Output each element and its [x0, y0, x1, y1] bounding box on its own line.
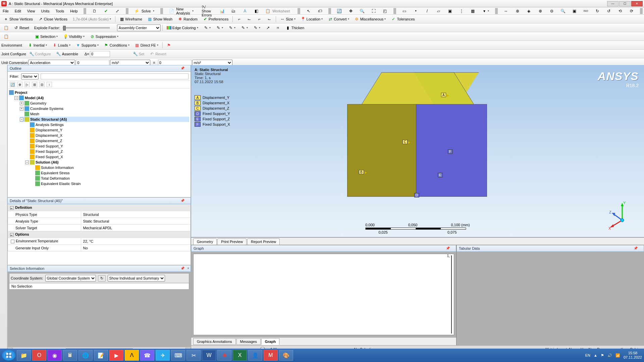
- filter-select[interactable]: Name: [21, 73, 39, 79]
- auto-scale-dd[interactable]: 1,7e-004 (Auto Scale): [70, 16, 113, 22]
- brush3[interactable]: ✎: [226, 24, 238, 31]
- coord-system-select[interactable]: Global Coordinate System: [45, 275, 96, 282]
- selinfo-pin-icon[interactable]: 📌: [180, 266, 184, 270]
- tolerances-button[interactable]: ✓Tolerances: [389, 16, 417, 22]
- sel-face-icon[interactable]: ▱: [435, 8, 443, 14]
- tab-geometry[interactable]: Geometry: [193, 238, 217, 245]
- view-front-icon[interactable]: ▣: [571, 8, 579, 14]
- direction-icon[interactable]: ↗: [263, 24, 273, 31]
- selinfo-close-icon[interactable]: ×: [187, 266, 189, 270]
- view-z-icon[interactable]: ⟲: [616, 8, 624, 14]
- task-app1[interactable]: ◉: [48, 350, 62, 361]
- tab-report-preview[interactable]: Report Preview: [247, 238, 280, 245]
- tree-static-structural[interactable]: −Static Structural (A5): [20, 117, 189, 122]
- align-1[interactable]: ⌐: [234, 16, 244, 22]
- hi-icon[interactable]: H: [273, 24, 283, 31]
- tray-volume-icon[interactable]: 🔊: [607, 353, 612, 358]
- task-excel[interactable]: X: [233, 350, 247, 361]
- details-row-gen-input[interactable]: Generate Input OnlyNo: [8, 245, 191, 251]
- unit-select-2[interactable]: m/s²: [192, 60, 232, 66]
- btab-annotations[interactable]: Graphics Annotations: [193, 338, 236, 345]
- sel-body-icon[interactable]: ▣: [446, 8, 454, 14]
- task-app3[interactable]: 👤: [248, 350, 262, 361]
- location-dd[interactable]: 📍Location: [299, 16, 325, 22]
- toolbar-small-1[interactable]: 📊: [218, 8, 226, 14]
- tree-eq-stress[interactable]: Equivalent Stress: [31, 170, 189, 176]
- task-notes[interactable]: 📝: [94, 350, 108, 361]
- zoom-in-icon[interactable]: ⊕: [536, 8, 544, 14]
- align-2[interactable]: ⌙: [245, 16, 254, 22]
- task-terminal[interactable]: ⌨: [171, 350, 185, 361]
- flag-icon[interactable]: ⚑: [164, 42, 174, 49]
- close-button[interactable]: ✕: [631, 1, 643, 6]
- toolbar-small-4[interactable]: ◧: [252, 8, 260, 14]
- expand-icon[interactable]: ⊕: [17, 82, 22, 87]
- pan-icon[interactable]: ✥: [347, 8, 355, 14]
- new-analysis-button[interactable]: 📄New Analysis: [167, 5, 195, 17]
- task-snip[interactable]: ✂: [186, 350, 201, 361]
- view-iso2-icon[interactable]: ISO: [582, 8, 590, 14]
- menu-units[interactable]: Units: [40, 8, 51, 14]
- paste-icon[interactable]: 📋: [1, 33, 11, 40]
- sort-icon[interactable]: ↕: [47, 82, 52, 87]
- unit-val-1[interactable]: [76, 60, 109, 66]
- fit-icon[interactable]: 🔍: [559, 8, 567, 14]
- tree-disp-z[interactable]: Displacement_Z: [25, 138, 189, 143]
- tray-clock[interactable]: 15:5807.11.2022: [624, 351, 642, 360]
- graph-body[interactable]: 1,: [193, 254, 454, 335]
- tree-project[interactable]: Project: [9, 90, 189, 95]
- miscellaneous-dd[interactable]: ⚙Miscellaneous: [352, 16, 388, 22]
- loads-dd[interactable]: ⬇Loads: [50, 42, 73, 49]
- task-app2[interactable]: ✱: [217, 350, 231, 361]
- sel-node-icon[interactable]: ⋮: [458, 8, 466, 14]
- refresh-icon[interactable]: 🔄: [10, 82, 15, 87]
- tree-disp-y[interactable]: Displacement_Y: [25, 127, 189, 133]
- details-pin-icon[interactable]: 📌: [180, 199, 184, 202]
- tree-fix-x[interactable]: Fixed Support_X: [25, 154, 189, 160]
- task-gmail[interactable]: M: [264, 350, 278, 361]
- show-vertices-button[interactable]: ⋄Show Vertices: [1, 16, 35, 22]
- menu-file[interactable]: File: [1, 8, 10, 14]
- show-mode-select[interactable]: Show Individual and Summary: [108, 275, 165, 282]
- menu-tools[interactable]: Tools: [54, 8, 65, 14]
- brush1[interactable]: ✎: [201, 24, 213, 31]
- task-chrome[interactable]: 🌐: [78, 350, 93, 361]
- solve-button[interactable]: ⚡Solve: [133, 7, 156, 15]
- align-3[interactable]: ⌐: [255, 16, 264, 22]
- delta-input[interactable]: [90, 51, 110, 57]
- unit-select-1[interactable]: m/s²: [110, 60, 150, 66]
- revert-button[interactable]: ↶Revert: [147, 51, 168, 57]
- task-anydesk[interactable]: ▶: [109, 350, 123, 361]
- tray-flag-icon[interactable]: ⚑: [601, 353, 604, 358]
- quantity-select[interactable]: Acceleration: [28, 60, 75, 66]
- task-explorer[interactable]: 📁: [17, 350, 31, 361]
- assemble-button[interactable]: 🔧Assemble: [54, 51, 80, 57]
- tray-network-icon[interactable]: 📶: [615, 353, 620, 358]
- align-4[interactable]: ⌙: [265, 16, 274, 22]
- tab-print-preview[interactable]: Print Preview: [217, 238, 247, 245]
- filter-input[interactable]: [41, 73, 189, 79]
- btab-graph[interactable]: Graph: [261, 338, 279, 345]
- view-y-icon[interactable]: ↺: [605, 8, 613, 14]
- cube-model[interactable]: A▸ C▸ B▸ F E D: [347, 72, 488, 213]
- brush2[interactable]: ✎: [214, 24, 225, 31]
- sel-elem-icon[interactable]: ▦: [469, 8, 477, 14]
- clipboard-icon[interactable]: 📋: [1, 24, 11, 31]
- tree-minus-icon[interactable]: ⊟: [39, 82, 45, 87]
- tree-disp-x[interactable]: Displacement_X: [25, 133, 189, 138]
- zoom-out-icon[interactable]: ⊖: [548, 8, 556, 14]
- assembly-center-select[interactable]: Assembly Center: [117, 24, 161, 31]
- visibility-dd[interactable]: 💡Visibility: [61, 33, 87, 40]
- explode-slider[interactable]: [63, 27, 110, 28]
- menu-edit[interactable]: Edit: [13, 8, 22, 14]
- convert-dd[interactable]: ⇄Convert: [326, 16, 352, 22]
- tree-fix-z[interactable]: Fixed Support_Z: [25, 149, 189, 154]
- extend-icon[interactable]: ↔: [502, 8, 510, 14]
- task-word[interactable]: W: [202, 350, 216, 361]
- tabular-pin-icon[interactable]: 📌: [634, 246, 638, 250]
- conditions-dd[interactable]: ⚑Conditions: [102, 42, 132, 49]
- zoom-icon[interactable]: 🔍: [358, 8, 366, 14]
- cursor-icon[interactable]: ↖: [305, 8, 313, 14]
- selinfo-refresh-icon[interactable]: ↻: [98, 275, 106, 282]
- sel-box-icon[interactable]: ▭: [400, 8, 409, 14]
